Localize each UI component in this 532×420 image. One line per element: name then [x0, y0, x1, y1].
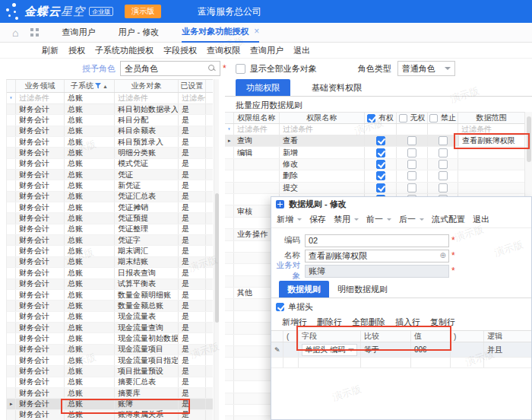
cell-close-paren[interactable] [451, 342, 484, 357]
business-object-row[interactable]: 财务会计总账凭证是 [7, 170, 213, 180]
close-icon[interactable]: × [254, 22, 259, 41]
forbid-checkbox[interactable] [439, 183, 448, 192]
cell-data-scope[interactable]: 查看副账簿权限 [458, 135, 524, 146]
forbid-all-checkbox[interactable] [429, 114, 438, 123]
business-object-row[interactable]: ▸财务会计总账账簿是 [7, 399, 213, 409]
filter-cell-domain[interactable]: 过滤条件 [16, 93, 65, 103]
rule-row[interactable] [271, 358, 531, 368]
grant-checkbox[interactable] [376, 171, 385, 180]
col-header-configured[interactable]: 已设置 [179, 80, 206, 92]
business-object-row[interactable]: 财务会计总账模式凭证是 [7, 159, 213, 170]
toolbar-button[interactable]: 授权 [68, 45, 85, 56]
toolbar-button[interactable]: 子系统功能授权 [95, 45, 154, 56]
grid-toolbar-button[interactable]: 删除行 [317, 317, 342, 327]
col-header-open-paren[interactable]: ( [283, 331, 299, 342]
business-object-row[interactable]: 财务会计总账现金流量初始数据录入是 [7, 333, 213, 344]
scrollbar-thumb[interactable] [527, 116, 531, 162]
field-select[interactable]: 单据头-编码 [302, 344, 357, 356]
business-object-row[interactable]: 财务会计总账账簿隶属关系是 [7, 410, 213, 420]
business-object-row[interactable]: 财务会计总账期末调汇是 [7, 246, 213, 256]
forbid-checkbox[interactable] [439, 160, 448, 169]
dialog-toolbar-button[interactable]: 禁用 [334, 214, 359, 225]
cell-field[interactable]: 单据头-编码 [299, 342, 361, 357]
grant-all-checkbox[interactable] [367, 114, 375, 123]
col-header-subsystem[interactable]: 子系统 ▲ [65, 80, 115, 92]
filter-cell-configured[interactable]: 过滤条件 [179, 93, 206, 103]
filter-cell-object[interactable]: 过滤条件 [115, 93, 179, 103]
dialog-toolbar-button[interactable]: 新增 [277, 214, 302, 225]
deny-checkbox[interactable] [407, 148, 416, 158]
permission-row[interactable]: 提交 [225, 183, 524, 194]
col-header-logic[interactable]: 逻辑 [484, 331, 531, 342]
filter-cell-scope[interactable]: 过滤条件 [458, 124, 524, 135]
business-object-row[interactable]: 财务会计总账数量金额总账是 [7, 301, 213, 311]
business-object-row[interactable]: 财务会计总账科目初始数据录入是 [7, 104, 213, 115]
business-object-row[interactable]: 财务会计总账凭证预提是 [7, 213, 213, 224]
business-object-row[interactable]: 财务会计总账日报表查询是 [7, 268, 213, 278]
business-object-row[interactable]: 财务会计总账新凭证是 [7, 180, 213, 191]
col-header-value[interactable]: 值 [411, 331, 451, 342]
grid-toolbar-button[interactable]: 新增行 [282, 317, 307, 327]
permission-tab[interactable]: 基础资料权限 [301, 79, 372, 96]
business-object-row[interactable]: 财务会计总账现金流量项目指定是 [7, 355, 213, 366]
search-icon[interactable] [208, 65, 216, 72]
col-header-grant[interactable]: 有权 [365, 113, 397, 123]
col-header-forbid[interactable]: 禁止 [428, 113, 458, 123]
grid-toolbar-button[interactable]: 插入行 [395, 317, 420, 327]
business-object-row[interactable]: 财务会计总账摘要库是 [7, 388, 213, 399]
forbid-checkbox[interactable] [439, 148, 448, 158]
permission-row[interactable]: 修改 [225, 159, 524, 170]
cell-logic[interactable]: 并且 [484, 342, 531, 357]
window-tab[interactable]: 查询用户 [62, 23, 95, 43]
menu-grid-icon[interactable] [30, 28, 39, 37]
business-object-row[interactable]: 财务会计总账期末结账是 [7, 257, 213, 268]
multilingual-icon[interactable]: ⊕ [440, 251, 446, 259]
toolbar-button[interactable]: 查询权限 [207, 45, 240, 56]
business-object-row[interactable]: 财务会计总账摘要汇总表是 [7, 377, 213, 388]
grid-toolbar-button[interactable]: 全部删除 [352, 317, 385, 327]
deny-checkbox[interactable] [407, 171, 416, 180]
business-object-row[interactable]: 财务会计总账现金流量表是 [7, 312, 213, 323]
business-object-row[interactable]: 财务会计总账现金流量项目是 [7, 345, 213, 355]
grant-checkbox[interactable] [376, 136, 385, 145]
business-object-row[interactable]: 财务会计总账凭证摊销是 [7, 202, 213, 213]
grid-toolbar-button[interactable]: 复制行 [430, 317, 455, 327]
business-object-row[interactable]: 财务会计总账试算平衡表是 [7, 279, 213, 290]
window-tab[interactable]: 用户 - 修改 [118, 23, 159, 43]
business-object-row[interactable]: 财务会计总账科目预算录入是 [7, 137, 213, 148]
deny-all-checkbox[interactable] [399, 114, 407, 123]
permission-row[interactable]: 编辑新增 [225, 147, 524, 158]
permission-row[interactable]: 删除 [225, 170, 524, 182]
filter-cell-name[interactable]: 过滤条件 [280, 124, 365, 135]
dialog-toolbar-button[interactable]: 前一 [366, 214, 391, 225]
grant-checkbox[interactable] [376, 148, 385, 158]
col-header-deny[interactable]: 无权 [397, 113, 428, 123]
name-input[interactable]: 查看副账簿权限⊕ [305, 250, 449, 262]
dialog-toolbar-button[interactable]: 保存 [309, 214, 326, 225]
toolbar-button[interactable]: 查询用户 [250, 45, 283, 56]
dialog-toolbar-button[interactable]: 流式配置 [432, 214, 465, 225]
cell-compare[interactable]: 等于 [361, 342, 411, 357]
col-header-object[interactable]: 业务对象 [115, 80, 179, 92]
cell-value[interactable]: 006 [411, 342, 451, 357]
home-icon[interactable]: ⌂ [12, 27, 18, 38]
business-object-row[interactable]: 财务会计总账凭证整理是 [7, 224, 213, 235]
toolbar-button[interactable]: 刷新 [42, 45, 59, 56]
grant-checkbox[interactable] [376, 160, 385, 169]
dialog-toolbar-button[interactable]: 后一 [399, 214, 424, 225]
role-search-input[interactable]: 全员角色 [120, 61, 220, 76]
business-object-row[interactable]: 财务会计总账数量金额明细账是 [7, 290, 213, 301]
business-object-row[interactable]: 财务会计总账凭证汇总表是 [7, 192, 213, 202]
deny-checkbox[interactable] [407, 183, 416, 192]
forbid-checkbox[interactable] [439, 136, 448, 145]
deny-checkbox[interactable] [407, 160, 416, 169]
business-object-row[interactable]: 财务会计总账凭证字是 [7, 235, 213, 246]
forbid-checkbox[interactable] [439, 171, 448, 180]
show-all-checkbox[interactable] [236, 64, 245, 74]
scrollbar-thumb[interactable] [215, 193, 219, 323]
deny-checkbox[interactable] [407, 136, 416, 145]
col-header-field[interactable]: 字段 [299, 331, 361, 342]
role-type-select[interactable]: 普通角色 [397, 61, 455, 76]
toolbar-button[interactable]: 退出 [293, 45, 310, 56]
business-object-row[interactable]: 财务会计总账现金流量查询是 [7, 323, 213, 333]
